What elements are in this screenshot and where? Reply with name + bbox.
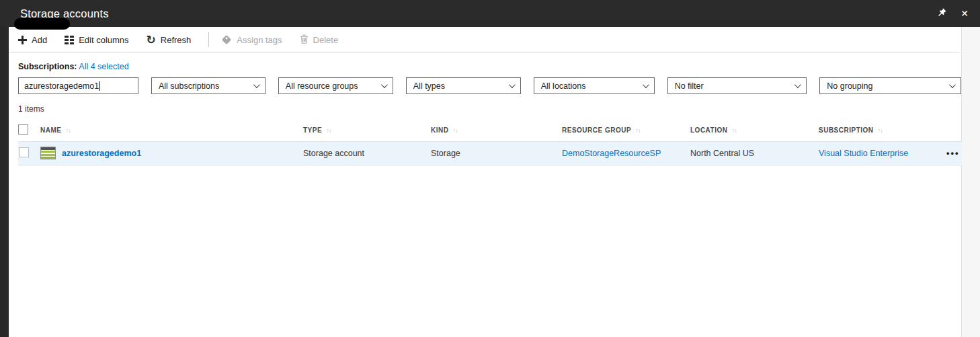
blade-content: Add Edit columns ↻ Refresh Assign tags <box>9 27 962 337</box>
resource-name-link[interactable]: azurestoragedemo1 <box>62 149 141 158</box>
column-header-type[interactable]: TYPE↑↓ <box>302 119 430 141</box>
sort-arrows-icon: ↑↓ <box>326 126 331 134</box>
name-filter-value: azurestoragedemo1 <box>24 81 99 91</box>
row-checkbox[interactable] <box>19 147 29 157</box>
row-kind-cell: Storage <box>430 141 561 165</box>
resource-group-filter-value: All resource groups <box>286 81 358 91</box>
column-header-resource-group[interactable]: RESOURCE GROUP↑↓ <box>561 119 690 141</box>
refresh-icon: ↻ <box>147 36 156 44</box>
edit-columns-label: Edit columns <box>79 35 128 45</box>
grouping-dropdown[interactable]: No grouping <box>819 77 961 94</box>
subscription-link[interactable]: Visual Studio Enterprise <box>819 149 908 158</box>
grouping-value: No grouping <box>827 81 872 91</box>
pin-icon <box>937 7 947 20</box>
row-type-cell: Storage account <box>302 141 430 165</box>
right-edge-strip <box>962 27 980 337</box>
close-button[interactable]: ✕ <box>958 7 971 20</box>
pin-button[interactable] <box>936 7 948 20</box>
add-button-label: Add <box>32 35 47 45</box>
subscription-filter-dropdown[interactable]: All subscriptions <box>151 77 266 94</box>
subscriptions-selected-link[interactable]: All 4 selected <box>79 62 128 71</box>
table-row[interactable]: azurestoragedemo1 Storage account Storag… <box>18 141 962 165</box>
sort-arrows-icon: ↑↓ <box>878 126 883 134</box>
type-filter-dropdown[interactable]: All types <box>406 77 521 94</box>
titlebar-actions: ✕ <box>936 0 971 27</box>
column-header-subscription[interactable]: SUBSCRIPTION↑↓ <box>818 119 946 141</box>
left-edge-strip <box>0 27 9 337</box>
trash-icon <box>300 34 309 46</box>
redacted-subtitle <box>14 18 70 30</box>
sort-arrows-icon: ↑↓ <box>452 126 458 134</box>
column-header-kind[interactable]: KIND↑↓ <box>430 119 561 141</box>
row-location-cell: North Central US <box>690 141 818 165</box>
row-context-menu-button[interactable]: ••• <box>946 141 962 165</box>
tag-icon <box>222 35 231 44</box>
command-bar: Add Edit columns ↻ Refresh Assign tags <box>9 27 961 53</box>
sort-arrows-icon: ↑↓ <box>635 126 641 134</box>
location-filter-dropdown[interactable]: All locations <box>534 77 655 94</box>
resource-group-filter-dropdown[interactable]: All resource groups <box>278 77 393 94</box>
table-header-row: NAME↑↓ TYPE↑↓ KIND↑↓ RESOURCE GROUP↑↓ LO <box>18 119 962 141</box>
chevron-down-icon <box>381 81 388 88</box>
blade-body: Add Edit columns ↻ Refresh Assign tags <box>0 27 980 337</box>
select-all-checkbox[interactable] <box>18 124 28 135</box>
column-header-location[interactable]: LOCATION↑↓ <box>690 119 818 141</box>
edit-columns-icon <box>65 36 74 44</box>
subscriptions-label: Subscriptions: <box>18 62 77 71</box>
blade-titlebar: Storage accounts ✕ <box>0 0 980 27</box>
storage-accounts-blade: Storage accounts ✕ Add <box>0 0 980 337</box>
subscriptions-line: Subscriptions: All 4 selected <box>18 62 961 71</box>
resources-table: NAME↑↓ TYPE↑↓ KIND↑↓ RESOURCE GROUP↑↓ LO <box>18 119 962 165</box>
storage-account-icon <box>40 147 56 159</box>
chevron-down-icon <box>949 81 956 88</box>
location-filter-value: All locations <box>541 81 586 91</box>
items-count: 1 items <box>18 104 961 114</box>
chevron-down-icon <box>643 81 649 88</box>
filter-bar: azurestoragedemo1 All subscriptions All … <box>18 77 961 94</box>
text-caret <box>99 81 100 91</box>
tag-filter-value: No filter <box>675 81 704 91</box>
edit-columns-button[interactable]: Edit columns <box>65 35 128 45</box>
refresh-button[interactable]: ↻ Refresh <box>147 35 192 45</box>
add-button[interactable]: Add <box>18 35 47 45</box>
name-filter-input[interactable]: azurestoragedemo1 <box>18 77 138 94</box>
assign-tags-label: Assign tags <box>237 35 282 45</box>
close-icon: ✕ <box>961 9 969 18</box>
add-icon <box>18 36 27 44</box>
sort-arrows-icon: ↑↓ <box>731 126 737 134</box>
chevron-down-icon <box>794 81 801 88</box>
chevron-down-icon <box>509 81 516 88</box>
type-filter-value: All types <box>413 81 445 91</box>
subscription-filter-value: All subscriptions <box>159 81 219 91</box>
resource-group-link[interactable]: DemoStorageResourceSP <box>562 149 661 158</box>
toolbar-divider <box>208 32 209 47</box>
sort-arrows-icon: ↑↓ <box>65 126 71 134</box>
chevron-down-icon <box>253 81 260 88</box>
column-header-name[interactable]: NAME↑↓ <box>40 119 302 141</box>
delete-button: Delete <box>300 34 339 46</box>
assign-tags-button: Assign tags <box>221 35 282 45</box>
delete-label: Delete <box>313 35 339 45</box>
refresh-label: Refresh <box>161 35 192 45</box>
browse-content: Subscriptions: All 4 selected azurestora… <box>9 62 961 165</box>
tag-filter-dropdown[interactable]: No filter <box>667 77 807 94</box>
